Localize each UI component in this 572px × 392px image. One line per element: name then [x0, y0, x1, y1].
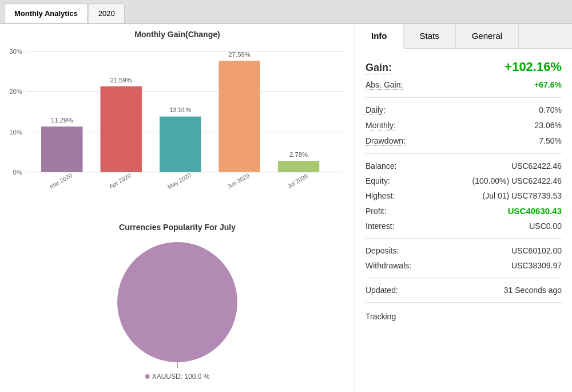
balance-row: Balance: USC62422.46 [366, 159, 562, 173]
bar-apr2020 [101, 86, 142, 172]
equity-label: Equity: [366, 176, 390, 185]
updated-row: Updated: 31 Seconds ago [366, 283, 562, 298]
abs-gain-row: Abs. Gain: +67.6% [366, 77, 562, 93]
info-content: Gain: +102.16% Abs. Gain: +67.6% Daily: … [355, 49, 572, 392]
svg-text:30%: 30% [9, 48, 22, 55]
tab-bar: Monthly Analytics 2020 [0, 0, 572, 24]
divider-3 [366, 238, 562, 239]
tab-stats[interactable]: Stats [404, 24, 456, 48]
monthly-row: Monthly: 23.06% [366, 118, 562, 133]
bar-chart: 30% 20% 10% 0% 11.29% 21.59% 13.91% [6, 43, 349, 204]
right-panel: Info Stats General Gain: +102.16% Abs. G… [355, 24, 572, 392]
tracking-label: Tracking [366, 312, 396, 321]
pie-label-xauusd: XAUUSD: 100.0 % [145, 373, 210, 381]
divider-4 [366, 278, 562, 278]
svg-text:21.59%: 21.59% [110, 77, 132, 84]
divider-2 [366, 153, 562, 154]
tab-year-label: 2020 [98, 9, 115, 18]
left-panel: Monthly Gain(Change) 30% 20% 10% 0% 11.2… [0, 24, 355, 392]
svg-text:10%: 10% [9, 129, 22, 136]
interest-value: USC0.00 [529, 221, 562, 231]
highest-value: (Jul 01) USC78739.53 [482, 191, 562, 200]
tab-year[interactable]: 2020 [89, 3, 125, 23]
withdrawals-label: Withdrawals: [366, 261, 411, 270]
svg-text:May 2020: May 2020 [166, 172, 192, 190]
svg-text:27.59%: 27.59% [228, 51, 251, 58]
monthly-label: Monthly: [366, 121, 396, 130]
pie-chart-svg [112, 236, 243, 368]
highest-label: Highest: [366, 191, 395, 200]
daily-label: Daily: [366, 105, 386, 115]
bar-jul2020 [278, 161, 319, 172]
pie-chart-title: Currencies Popularity For July [119, 223, 236, 232]
balance-label: Balance: [366, 161, 396, 171]
updated-value: 31 Seconds ago [504, 286, 562, 295]
gain-label: Gain: [366, 62, 392, 74]
svg-text:0%: 0% [13, 169, 22, 176]
withdrawals-row: Withdrawals: USC38309.97 [366, 258, 562, 273]
deposits-label: Deposits: [366, 246, 399, 255]
svg-text:Jun 2020: Jun 2020 [227, 172, 251, 190]
tracking-row: Tracking [366, 307, 562, 326]
interest-label: Interest: [366, 221, 395, 231]
svg-text:Jul 2020: Jul 2020 [287, 173, 309, 189]
drawdown-row: Drawdown: 7.50% [366, 133, 562, 149]
profit-value: USC40630.43 [508, 206, 562, 216]
pie-segment-xauusd [117, 242, 237, 362]
monthly-value: 23.06% [535, 121, 562, 130]
gain-row: Gain: +102.16% [366, 57, 562, 77]
interest-row: Interest: USC0.00 [366, 219, 562, 233]
tab-label: Monthly Analytics [14, 9, 78, 18]
svg-text:Mar 2020: Mar 2020 [49, 172, 74, 190]
updated-label: Updated: [366, 286, 398, 295]
withdrawals-value: USC38309.97 [511, 261, 562, 270]
profit-label: Profit: [366, 207, 387, 216]
equity-row: Equity: (100.00%) USC62422.46 [366, 173, 562, 188]
highest-row: Highest: (Jul 01) USC78739.53 [366, 188, 562, 203]
daily-row: Daily: 0.70% [366, 102, 562, 118]
equity-value: (100.00%) USC62422.46 [472, 176, 562, 185]
divider-5 [366, 302, 562, 303]
pie-chart-section: Currencies Popularity For July XAUUSD: 1… [6, 204, 349, 386]
svg-text:2.78%: 2.78% [289, 151, 308, 158]
pie-chart-container: XAUUSD: 100.0 % [112, 236, 243, 368]
svg-text:20%: 20% [9, 88, 22, 95]
svg-text:13.91%: 13.91% [169, 106, 192, 113]
bar-chart-svg: 30% 20% 10% 0% 11.29% 21.59% 13.91% [6, 43, 349, 204]
balance-value: USC62422.46 [511, 161, 562, 171]
bar-chart-title: Monthly Gain(Change) [6, 30, 349, 39]
bar-mar2020 [41, 126, 82, 172]
abs-gain-value: +67.6% [534, 80, 562, 89]
tab-general[interactable]: General [456, 24, 519, 48]
abs-gain-label: Abs. Gain: [366, 80, 403, 90]
daily-value: 0.70% [539, 105, 562, 114]
tab-info[interactable]: Info [355, 24, 404, 49]
profit-row: Profit: USC40630.43 [366, 203, 562, 219]
deposits-value: USC60102.00 [511, 246, 562, 255]
bar-jun2020 [219, 61, 260, 172]
divider-1 [366, 97, 562, 98]
main-content: Monthly Gain(Change) 30% 20% 10% 0% 11.2… [0, 24, 572, 392]
svg-text:Apr 2020: Apr 2020 [108, 172, 132, 190]
deposits-row: Deposits: USC60102.00 [366, 243, 562, 258]
svg-text:11.29%: 11.29% [51, 117, 73, 124]
tab-monthly-analytics[interactable]: Monthly Analytics [5, 3, 88, 23]
drawdown-label: Drawdown: [366, 136, 406, 146]
gain-value: +102.16% [505, 60, 562, 74]
drawdown-value: 7.50% [539, 136, 562, 145]
right-tabs: Info Stats General [355, 24, 572, 49]
bar-may2020 [160, 117, 201, 172]
